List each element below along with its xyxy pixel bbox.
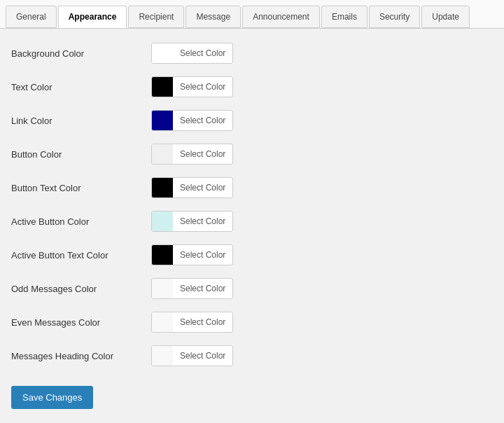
color-swatch-8 xyxy=(152,312,173,332)
color-select-button-3[interactable]: Select Color xyxy=(173,144,232,164)
tab-general[interactable]: General xyxy=(6,6,57,28)
color-select-button-7[interactable]: Select Color xyxy=(173,279,232,298)
color-select-button-4[interactable]: Select Color xyxy=(173,178,232,197)
form-row-3: Button ColorSelect Color xyxy=(11,144,493,165)
field-label-7: Odd Messages Color xyxy=(11,284,151,294)
field-label-9: Messages Heading Color xyxy=(11,351,151,361)
color-picker-9[interactable]: Select Color xyxy=(151,345,233,366)
tab-update[interactable]: Update xyxy=(421,6,470,28)
color-swatch-3 xyxy=(152,144,173,164)
color-picker-3[interactable]: Select Color xyxy=(151,144,233,165)
color-select-button-0[interactable]: Select Color xyxy=(173,43,232,63)
color-picker-7[interactable]: Select Color xyxy=(151,278,233,299)
color-swatch-6 xyxy=(152,245,173,265)
form-row-2: Link ColorSelect Color xyxy=(11,110,493,131)
form-row-1: Text ColorSelect Color xyxy=(11,76,493,97)
field-label-5: Active Button Color xyxy=(11,216,151,227)
form-row-4: Button Text ColorSelect Color xyxy=(11,177,493,198)
field-label-4: Button Text Color xyxy=(11,183,151,193)
field-label-8: Even Messages Color xyxy=(11,317,151,328)
color-picker-2[interactable]: Select Color xyxy=(151,110,233,131)
color-picker-4[interactable]: Select Color xyxy=(151,177,233,198)
color-swatch-1 xyxy=(152,77,173,97)
field-label-6: Active Button Text Color xyxy=(11,250,151,261)
color-swatch-5 xyxy=(152,212,173,231)
color-swatch-9 xyxy=(152,346,173,366)
color-select-button-5[interactable]: Select Color xyxy=(173,212,232,231)
color-picker-6[interactable]: Select Color xyxy=(151,244,233,265)
form-row-0: Background ColorSelect Color xyxy=(11,43,493,64)
tab-appearance[interactable]: Appearance xyxy=(58,6,127,28)
form-row-5: Active Button ColorSelect Color xyxy=(11,211,493,232)
color-select-button-8[interactable]: Select Color xyxy=(173,312,232,332)
tab-message[interactable]: Message xyxy=(186,6,241,28)
tab-announcement[interactable]: Announcement xyxy=(242,6,320,28)
save-changes-button[interactable]: Save Changes xyxy=(11,386,93,409)
color-swatch-7 xyxy=(152,279,173,298)
form-row-6: Active Button Text ColorSelect Color xyxy=(11,244,493,265)
tabs-container: GeneralAppearanceRecipientMessageAnnounc… xyxy=(0,0,504,29)
color-select-button-6[interactable]: Select Color xyxy=(173,245,232,265)
field-label-1: Text Color xyxy=(11,82,151,92)
tab-emails[interactable]: Emails xyxy=(321,6,368,28)
color-picker-5[interactable]: Select Color xyxy=(151,211,233,232)
color-select-button-1[interactable]: Select Color xyxy=(173,77,232,97)
color-select-button-9[interactable]: Select Color xyxy=(173,346,232,366)
color-picker-8[interactable]: Select Color xyxy=(151,312,233,333)
form-row-7: Odd Messages ColorSelect Color xyxy=(11,278,493,299)
color-select-button-2[interactable]: Select Color xyxy=(173,111,232,130)
tab-security[interactable]: Security xyxy=(369,6,420,28)
color-picker-1[interactable]: Select Color xyxy=(151,76,233,97)
tab-recipient[interactable]: Recipient xyxy=(128,6,184,28)
color-picker-0[interactable]: Select Color xyxy=(151,43,233,64)
form-row-9: Messages Heading ColorSelect Color xyxy=(11,345,493,366)
form-row-8: Even Messages ColorSelect Color xyxy=(11,312,493,333)
field-label-3: Button Color xyxy=(11,149,151,160)
color-swatch-2 xyxy=(152,111,173,130)
field-label-0: Background Color xyxy=(11,48,151,59)
field-label-2: Link Color xyxy=(11,116,151,126)
color-swatch-0 xyxy=(152,43,173,63)
color-swatch-4 xyxy=(152,178,173,197)
content-area: Background ColorSelect ColorText ColorSe… xyxy=(0,29,504,423)
